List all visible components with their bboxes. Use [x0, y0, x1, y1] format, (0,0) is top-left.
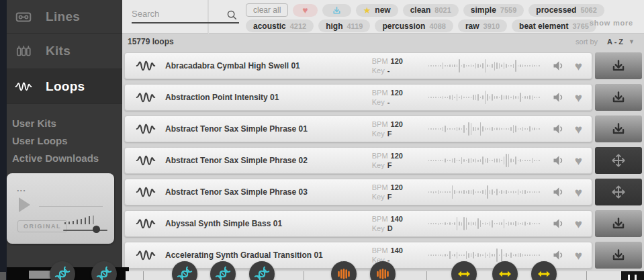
bpm-value: 120 — [391, 120, 403, 129]
results-count: 15779 loops — [128, 37, 174, 46]
filter-pills: clear all ♥ ★ new clean 8021 simple 75 — [208, 0, 644, 33]
loop-row: Abstract Tenor Sax Simple Phrase 03 BPM1… — [124, 179, 642, 205]
speaker-icon[interactable] — [552, 91, 565, 104]
waveform-icon — [15, 78, 32, 95]
loop-card[interactable]: Abstraction Point Intensity 01 BPM120 Ke… — [124, 84, 592, 111]
sidebar-item-lines[interactable]: Lines — [7, 0, 122, 34]
download-button[interactable] — [595, 52, 642, 79]
speaker-icon[interactable] — [552, 185, 565, 199]
sidebar-item-kits[interactable]: Kits — [7, 34, 122, 69]
drag-to-project-button[interactable] — [595, 147, 642, 174]
timeline-block — [621, 271, 644, 280]
tag-pill-percussion[interactable]: percussion 4088 — [375, 19, 453, 32]
dna-clip-icon — [96, 266, 112, 280]
loop-meta: BPM120 KeyF — [372, 183, 414, 201]
drag-to-project-button[interactable] — [595, 179, 642, 205]
play-icon[interactable] — [19, 197, 30, 212]
loop-card[interactable]: Abstract Tenor Sax Simple Phrase 02 BPM1… — [124, 147, 592, 174]
sidebar-item-label: Loops — [46, 79, 85, 94]
loop-row: Abstraction Point Intensity 01 BPM120 Ke… — [124, 84, 642, 111]
loop-card[interactable]: Accelerating Synth Gradual Transition 01… — [124, 242, 592, 269]
waveform-icon — [136, 185, 156, 199]
loop-row: Abyssal Synth Simple Bass 01 BPM140 KeyD… — [124, 210, 642, 237]
speaker-icon[interactable] — [552, 217, 565, 230]
speaker-icon[interactable] — [552, 248, 565, 262]
key-value: - — [387, 97, 390, 107]
download-button[interactable] — [595, 115, 642, 142]
new-filter-pill[interactable]: ★ new — [356, 4, 398, 17]
downloaded-filter-pill[interactable] — [322, 4, 351, 17]
horizontal-arrow-icon — [536, 266, 552, 280]
tag-pill-clean[interactable]: clean 8021 — [403, 4, 459, 17]
loop-card[interactable]: Abyssal Synth Simple Bass 01 BPM140 KeyD… — [124, 210, 592, 237]
bars-clip-icon — [336, 266, 352, 280]
sidebar-item-user-loops[interactable]: User Loops — [12, 132, 122, 150]
tag-pill-beat-element[interactable]: beat element 3765 — [512, 19, 596, 32]
tag-pill-processed[interactable]: processed 5062 — [528, 4, 604, 17]
show-more-link[interactable]: show more — [590, 19, 633, 27]
waveform-icon — [136, 122, 156, 136]
waveform-icon — [136, 58, 156, 73]
heart-icon[interactable]: ♥ — [575, 60, 582, 73]
tag-pill-acoustic[interactable]: acoustic 4212 — [246, 19, 314, 32]
sidebar-item-user-kits[interactable]: User Kits — [12, 115, 122, 132]
bpm-value: 120 — [391, 88, 403, 97]
loop-card[interactable]: Abstract Tenor Sax Simple Phrase 03 BPM1… — [124, 179, 592, 205]
download-icon — [332, 5, 342, 15]
waveform-icon — [136, 90, 156, 105]
loop-list: Abracadabra Cymbal High Swell 01 BPM120 … — [122, 49, 644, 269]
heart-icon[interactable]: ♥ — [575, 249, 582, 262]
clear-all-button[interactable]: clear all — [246, 3, 288, 17]
heart-icon[interactable]: ♥ — [575, 154, 582, 167]
loop-meta: BPM140 KeyD — [372, 214, 414, 233]
sidebar-item-active-downloads[interactable]: Active Downloads — [12, 150, 122, 167]
volume-ticks — [64, 215, 109, 224]
waveform-preview[interactable] — [428, 246, 541, 264]
kits-icon — [15, 42, 32, 60]
waveform-preview[interactable] — [428, 120, 541, 138]
download-button[interactable] — [595, 210, 642, 237]
waveform-preview[interactable] — [428, 152, 541, 169]
speaker-icon[interactable] — [552, 122, 565, 136]
key-value: D — [387, 224, 393, 233]
filter-header: clear all ♥ ★ new clean 8021 simple 75 — [122, 0, 644, 34]
volume-slider-knob[interactable] — [93, 226, 100, 233]
waveform-preview[interactable] — [428, 215, 541, 232]
loop-meta: BPM120 KeyF — [372, 120, 414, 138]
loop-card[interactable]: Abstract Tenor Sax Simple Phrase 01 BPM1… — [124, 115, 592, 142]
favorites-filter-pill[interactable]: ♥ — [293, 4, 317, 17]
loop-meta: BPM120 KeyF — [372, 151, 414, 170]
speaker-icon[interactable] — [552, 59, 565, 73]
heart-icon[interactable]: ♥ — [575, 123, 582, 136]
loop-title: Accelerating Synth Gradual Transition 01 — [165, 250, 323, 260]
loop-title: Abstraction Point Intensity 01 — [165, 93, 279, 102]
heart-icon[interactable]: ♥ — [575, 218, 582, 230]
horizontal-arrow-icon — [497, 266, 513, 280]
heart-icon[interactable]: ♥ — [575, 91, 582, 104]
loop-title: Abstract Tenor Sax Simple Phrase 01 — [165, 124, 308, 134]
dna-clip-icon — [177, 266, 193, 280]
search-input[interactable] — [132, 7, 226, 22]
download-button[interactable] — [595, 242, 642, 269]
loop-card[interactable]: Abracadabra Cymbal High Swell 01 BPM120 … — [124, 52, 592, 79]
original-button[interactable]: ORIGINAL — [17, 220, 67, 232]
bpm-value: 120 — [391, 183, 403, 192]
loop-meta: BPM120 Key- — [372, 56, 414, 75]
waveform-preview[interactable] — [428, 57, 541, 75]
heart-icon: ♥ — [302, 5, 308, 15]
key-value: F — [387, 160, 392, 170]
waveform-icon — [136, 153, 156, 168]
sort-dropdown[interactable]: A - Z ▼ — [607, 38, 635, 46]
tag-pill-raw[interactable]: raw 3910 — [458, 19, 507, 32]
waveform-preview[interactable] — [428, 89, 541, 106]
download-button[interactable] — [595, 84, 642, 111]
tag-pill-high[interactable]: high 4119 — [318, 19, 370, 32]
tag-pill-simple[interactable]: simple 7559 — [463, 4, 524, 17]
sidebar-item-loops[interactable]: Loops — [7, 69, 122, 104]
heart-icon[interactable]: ♥ — [575, 186, 582, 199]
search-zone — [122, 0, 208, 33]
bpm-value: 120 — [391, 151, 403, 160]
search-icon[interactable] — [226, 9, 238, 21]
speaker-icon[interactable] — [552, 154, 565, 167]
waveform-preview[interactable] — [428, 183, 541, 201]
